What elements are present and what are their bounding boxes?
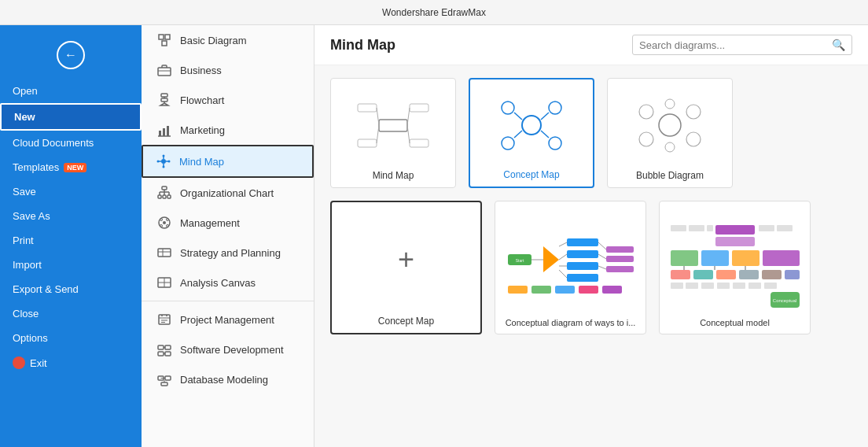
category-management[interactable]: Management	[142, 208, 314, 238]
svg-rect-125	[716, 270, 736, 279]
sidebar-item-save-as[interactable]: Save As	[0, 204, 142, 228]
sidebar-item-print[interactable]: Print	[0, 228, 142, 253]
svg-point-22	[168, 161, 171, 163]
category-management-label: Management	[180, 217, 240, 229]
svg-rect-112	[689, 225, 704, 231]
svg-line-66	[377, 108, 379, 125]
svg-rect-26	[167, 195, 171, 198]
template-conceptual2[interactable]: Conceptual Conceptual model	[659, 201, 811, 334]
search-icon: 🔍	[832, 39, 845, 51]
software-icon	[156, 342, 172, 357]
template-concept-map[interactable]: Concept Map	[469, 78, 594, 188]
category-business[interactable]: Business	[142, 55, 314, 85]
svg-rect-50	[158, 345, 164, 349]
svg-rect-52	[158, 352, 164, 356]
template-bubble[interactable]: Bubble Diagram	[607, 78, 733, 188]
sidebar-item-exit[interactable]: Exit	[0, 350, 142, 375]
search-bar: 🔍	[632, 35, 852, 55]
category-analysis-label: Analysis Canvas	[180, 277, 256, 289]
svg-rect-134	[748, 283, 761, 289]
category-database[interactable]: Database Modeling	[142, 364, 314, 394]
category-orgchart[interactable]: Organizational Chart	[142, 178, 314, 208]
bubble-label: Bubble Diagram	[636, 170, 704, 181]
svg-rect-6	[161, 98, 167, 102]
category-orgchart-label: Organizational Chart	[180, 187, 274, 199]
svg-rect-1	[165, 35, 170, 39]
template-conceptual1[interactable]: Start	[495, 201, 646, 334]
category-flowchart[interactable]: Flowchart	[142, 85, 314, 115]
category-marketing[interactable]: Marketing	[142, 115, 314, 145]
sidebar-item-export[interactable]: Export & Send	[0, 277, 142, 301]
category-basic-diagram[interactable]: Basic Diagram	[142, 25, 314, 55]
svg-rect-53	[165, 352, 171, 356]
svg-rect-129	[671, 283, 683, 289]
sidebar-item-options[interactable]: Options	[0, 326, 142, 350]
svg-rect-57	[165, 376, 171, 380]
sidebar-item-import[interactable]: Import	[0, 253, 142, 277]
svg-rect-128	[785, 270, 800, 279]
svg-rect-58	[161, 382, 167, 386]
svg-rect-124	[693, 270, 713, 279]
title-bar: Wondershare EdrawMax	[0, 0, 868, 25]
svg-rect-25	[163, 195, 166, 198]
svg-line-67	[377, 125, 379, 143]
sidebar-item-close[interactable]: Close	[0, 301, 142, 326]
search-input[interactable]	[639, 39, 827, 51]
svg-point-80	[639, 105, 653, 119]
svg-line-95	[559, 254, 567, 260]
svg-line-102	[598, 254, 606, 259]
svg-rect-11	[159, 131, 161, 136]
svg-line-77	[514, 131, 522, 138]
templates-scroll: Mind Map	[314, 65, 868, 447]
category-software-label: Software Development	[180, 344, 284, 356]
svg-point-14	[161, 159, 166, 164]
svg-rect-114	[759, 225, 774, 231]
svg-rect-107	[579, 286, 598, 294]
new-badge: NEW	[64, 163, 86, 172]
content-area: Mind Map 🔍	[314, 25, 868, 447]
exit-icon	[13, 356, 25, 369]
svg-point-36	[160, 225, 163, 227]
svg-rect-38	[158, 249, 171, 257]
svg-rect-0	[159, 35, 164, 39]
svg-rect-99	[606, 256, 634, 262]
category-mindmap[interactable]: Mind Map	[142, 145, 314, 178]
template-create-new[interactable]: + Concept Map	[330, 201, 482, 334]
svg-line-97	[559, 270, 567, 278]
svg-rect-13	[167, 126, 169, 136]
svg-rect-61	[379, 120, 407, 131]
svg-line-78	[541, 131, 549, 138]
back-button[interactable]: ←	[57, 41, 85, 69]
category-software[interactable]: Software Development	[142, 334, 314, 364]
svg-rect-3	[158, 68, 171, 76]
category-analysis[interactable]: Analysis Canvas	[142, 268, 314, 297]
sidebar-item-templates[interactable]: Templates NEW	[0, 155, 142, 179]
management-icon	[156, 215, 172, 231]
svg-rect-63	[358, 139, 377, 147]
svg-rect-98	[606, 246, 634, 253]
svg-rect-100	[606, 266, 634, 272]
content-header: Mind Map 🔍	[314, 25, 868, 65]
category-panel: Basic Diagram Business Flowchart Marketi…	[142, 25, 314, 447]
basic-diagram-icon	[156, 32, 172, 48]
svg-point-70	[522, 116, 541, 135]
svg-rect-105	[531, 286, 551, 294]
svg-rect-117	[701, 250, 729, 266]
svg-rect-127	[762, 270, 782, 279]
sidebar-item-open[interactable]: Open	[0, 79, 142, 103]
svg-rect-111	[671, 225, 686, 231]
category-strategy[interactable]: Strategy and Planning	[142, 238, 314, 268]
category-project[interactable]: Project Management	[142, 305, 314, 334]
svg-rect-24	[158, 195, 161, 198]
svg-rect-62	[358, 104, 377, 112]
sidebar-item-save[interactable]: Save	[0, 179, 142, 204]
svg-point-81	[686, 105, 701, 119]
sidebar-item-cloud[interactable]: Cloud Documents	[0, 131, 142, 155]
svg-line-101	[598, 242, 606, 249]
template-mindmap[interactable]: Mind Map	[330, 78, 456, 188]
svg-marker-88	[543, 246, 559, 272]
svg-rect-106	[555, 286, 575, 294]
svg-rect-115	[777, 225, 793, 231]
svg-text:Conceptual: Conceptual	[772, 298, 796, 303]
sidebar-item-new[interactable]: New	[0, 103, 142, 131]
